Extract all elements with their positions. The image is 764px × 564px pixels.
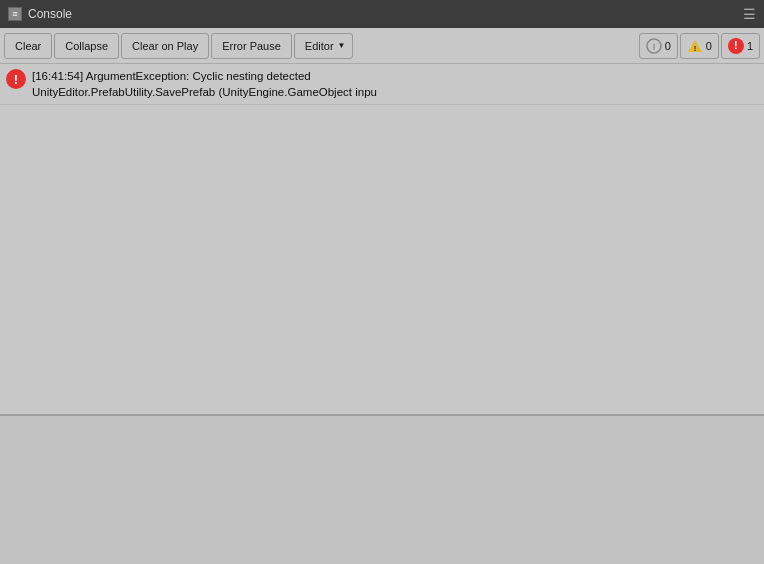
console-icon: ≡ xyxy=(8,7,22,21)
title-bar: ≡ Console ☰ xyxy=(0,0,764,28)
console-window: ≡ Console ☰ Clear Collapse Clear on Play… xyxy=(0,0,764,564)
info-count: 0 xyxy=(665,40,671,52)
error-pause-button[interactable]: Error Pause xyxy=(211,33,292,59)
error-icon: ! xyxy=(728,38,744,54)
window-title: Console xyxy=(28,7,72,21)
log-entry-text: [16:41:54] ArgumentException: Cyclic nes… xyxy=(32,68,758,100)
info-counter-button[interactable]: ! 0 xyxy=(639,33,678,59)
info-icon: ! xyxy=(646,38,662,54)
svg-text:!: ! xyxy=(652,42,655,52)
error-counter-button[interactable]: ! 1 xyxy=(721,33,760,59)
toolbar: Clear Collapse Clear on Play Error Pause… xyxy=(0,28,764,64)
svg-text:!: ! xyxy=(693,44,696,53)
bottom-detail-panel xyxy=(0,414,764,564)
window-menu-button[interactable]: ☰ xyxy=(743,6,756,22)
counter-group: ! 0 ! 0 ! 1 xyxy=(639,33,760,59)
clear-on-play-button[interactable]: Clear on Play xyxy=(121,33,209,59)
editor-dropdown-button[interactable]: Editor ▼ xyxy=(294,33,353,59)
error-count: 1 xyxy=(747,40,753,52)
console-log-area[interactable]: ! [16:41:54] ArgumentException: Cyclic n… xyxy=(0,64,764,414)
clear-button[interactable]: Clear xyxy=(4,33,52,59)
warning-icon: ! xyxy=(687,38,703,54)
collapse-button[interactable]: Collapse xyxy=(54,33,119,59)
warning-counter-button[interactable]: ! 0 xyxy=(680,33,719,59)
dropdown-arrow: ▼ xyxy=(338,41,346,50)
warning-count: 0 xyxy=(706,40,712,52)
log-entry[interactable]: ! [16:41:54] ArgumentException: Cyclic n… xyxy=(0,64,764,105)
log-entry-error-icon: ! xyxy=(6,69,26,89)
